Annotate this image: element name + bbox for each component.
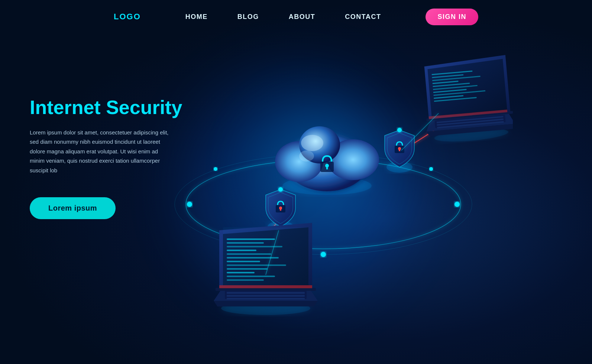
page-wrapper: LOGO HOME BLOG ABOUT CONTACT SIGN IN Int… (0, 0, 592, 364)
svg-point-3 (321, 252, 326, 257)
navbar: LOGO HOME BLOG ABOUT CONTACT SIGN IN (0, 0, 592, 33)
svg-rect-48 (219, 285, 312, 288)
logo[interactable]: LOGO (114, 12, 141, 22)
hero-title: Internet Security (30, 97, 208, 119)
svg-point-24 (278, 187, 283, 192)
nav-contact[interactable]: CONTACT (345, 13, 381, 21)
hero-description: Lorem ipsum dolor sit amet, consectetuer… (30, 128, 171, 175)
nav-links: HOME BLOG ABOUT CONTACT (185, 13, 381, 21)
svg-point-16 (299, 150, 314, 162)
svg-rect-32 (227, 292, 305, 294)
svg-rect-33 (227, 295, 305, 297)
svg-rect-35 (216, 288, 316, 291)
nav-about[interactable]: ABOUT (289, 13, 316, 21)
svg-rect-49 (223, 227, 308, 285)
svg-point-5 (454, 202, 460, 207)
svg-rect-34 (227, 298, 305, 299)
signin-button[interactable]: SIGN IN (426, 9, 478, 25)
svg-rect-23 (280, 209, 281, 211)
svg-point-7 (429, 167, 433, 171)
svg-point-6 (214, 167, 217, 171)
svg-rect-28 (399, 149, 400, 151)
nav-home[interactable]: HOME (185, 13, 208, 21)
svg-point-15 (301, 135, 323, 151)
svg-rect-19 (326, 166, 328, 169)
hero-content: Internet Security Lorem ipsum dolor sit … (30, 97, 208, 219)
nav-blog[interactable]: BLOG (237, 13, 259, 21)
svg-point-29 (397, 128, 402, 132)
cta-button[interactable]: Lorem ipsum (30, 197, 116, 219)
